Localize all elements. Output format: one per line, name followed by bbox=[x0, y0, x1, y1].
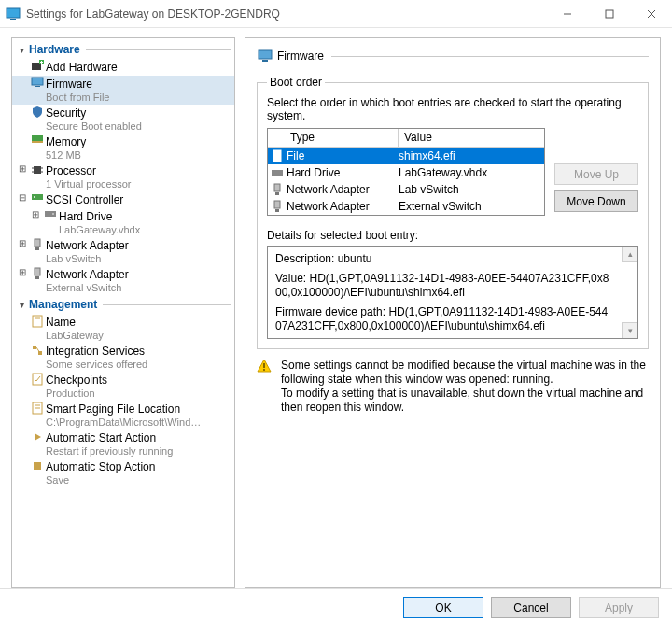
integration-icon bbox=[29, 344, 46, 357]
nav-add-hardware[interactable]: Add Hardware bbox=[12, 59, 234, 76]
svg-point-20 bbox=[34, 196, 35, 198]
memory-icon bbox=[29, 134, 46, 144]
boot-list-header: Type Value bbox=[268, 129, 544, 148]
scroll-down[interactable]: ▾ bbox=[622, 322, 637, 338]
svg-rect-14 bbox=[34, 166, 41, 174]
hdd-icon bbox=[42, 209, 59, 219]
details-path: Firmware device path: HD(1,GPT,0A911132-… bbox=[275, 305, 630, 333]
nav-hard-drive[interactable]: ⊞ Hard DriveLabGateway.vhdx bbox=[12, 208, 234, 237]
svg-rect-37 bbox=[34, 462, 41, 470]
nav-security[interactable]: SecuritySecure Boot enabled bbox=[12, 105, 234, 134]
firmware-icon bbox=[29, 77, 46, 88]
ok-button[interactable]: OK bbox=[403, 597, 483, 618]
nav-processor[interactable]: ⊞ Processor1 Virtual processor bbox=[12, 162, 234, 191]
collapse-icon: ▾ bbox=[16, 300, 27, 310]
apply-button[interactable]: Apply bbox=[579, 597, 659, 618]
expand-icon[interactable]: ⊞ bbox=[16, 209, 42, 219]
scroll-up[interactable]: ▴ bbox=[622, 247, 637, 262]
controller-icon bbox=[29, 192, 46, 202]
nav-autostart[interactable]: Automatic Start ActionRestart if previou… bbox=[12, 430, 234, 459]
autostart-icon bbox=[29, 430, 46, 444]
section-label: Hardware bbox=[29, 43, 80, 56]
nav-network-adapter-2[interactable]: ⊞ Network AdapterExternal vSwitch bbox=[12, 266, 234, 295]
svg-point-22 bbox=[52, 213, 54, 215]
svg-rect-27 bbox=[33, 316, 42, 327]
svg-rect-38 bbox=[259, 50, 272, 59]
svg-rect-1 bbox=[10, 19, 16, 20]
svg-point-48 bbox=[263, 369, 265, 371]
panel-title-row: Firmware bbox=[257, 46, 649, 66]
nav-network-adapter-1[interactable]: ⊞ Network AdapterLab vSwitch bbox=[12, 237, 234, 266]
name-icon bbox=[29, 315, 46, 328]
boot-order-group: Boot order Select the order in which boo… bbox=[257, 76, 649, 349]
paging-icon bbox=[29, 402, 46, 415]
cpu-icon bbox=[29, 163, 46, 176]
close-button[interactable] bbox=[630, 0, 672, 28]
nav-memory[interactable]: Memory512 MB bbox=[12, 134, 234, 162]
svg-rect-11 bbox=[35, 86, 40, 87]
svg-rect-40 bbox=[273, 150, 281, 162]
svg-rect-26 bbox=[35, 276, 39, 279]
details-description: Description: ubuntu bbox=[275, 252, 630, 266]
titlebar: Settings for LabGateway on DESKTOP-2GEND… bbox=[0, 0, 672, 28]
boot-order-list[interactable]: Type Value File shimx64.efi Hard Drive L… bbox=[267, 128, 545, 216]
boot-instruction: Select the order in which boot entries a… bbox=[267, 96, 638, 122]
svg-rect-3 bbox=[606, 10, 613, 18]
collapse-icon[interactable]: ⊟ bbox=[16, 192, 29, 203]
svg-rect-42 bbox=[274, 184, 280, 191]
network-icon bbox=[268, 200, 287, 213]
section-hardware[interactable]: ▾ Hardware bbox=[12, 40, 234, 59]
section-management[interactable]: ▾ Management bbox=[12, 295, 234, 314]
nav-autostop[interactable]: Automatic Stop ActionSave bbox=[12, 459, 234, 487]
svg-rect-12 bbox=[32, 135, 43, 141]
move-up-button[interactable]: Move Up bbox=[554, 163, 638, 185]
boot-order-legend: Boot order bbox=[267, 76, 325, 89]
window-title: Settings for LabGateway on DESKTOP-2GEND… bbox=[26, 7, 546, 21]
nav-checkpoints[interactable]: CheckpointsProduction bbox=[12, 372, 234, 401]
svg-rect-23 bbox=[35, 239, 40, 247]
svg-rect-24 bbox=[35, 247, 39, 250]
svg-rect-19 bbox=[32, 194, 43, 200]
boot-entry-net2[interactable]: Network Adapter External vSwitch bbox=[268, 198, 544, 215]
checkpoints-icon bbox=[29, 373, 46, 386]
svg-rect-43 bbox=[275, 192, 279, 195]
nav-scsi[interactable]: ⊟ SCSI Controller bbox=[12, 191, 234, 208]
add-hardware-icon bbox=[29, 60, 46, 73]
svg-rect-25 bbox=[35, 268, 40, 275]
expand-icon[interactable]: ⊞ bbox=[16, 238, 29, 248]
nav-name[interactable]: NameLabGateway bbox=[12, 314, 234, 343]
expand-icon[interactable]: ⊞ bbox=[16, 163, 29, 174]
autostop-icon bbox=[29, 459, 46, 473]
app-icon bbox=[6, 7, 21, 21]
expand-icon[interactable]: ⊞ bbox=[16, 267, 29, 277]
svg-marker-36 bbox=[35, 433, 41, 441]
collapse-icon: ▾ bbox=[16, 45, 27, 55]
svg-rect-45 bbox=[275, 209, 279, 212]
svg-rect-0 bbox=[7, 8, 20, 18]
svg-rect-29 bbox=[33, 346, 36, 349]
boot-entry-hdd[interactable]: Hard Drive LabGateway.vhdx bbox=[268, 164, 544, 181]
firmware-icon bbox=[257, 49, 273, 63]
details-value: Value: HD(1,GPT,0A911132-14D1-4983-A0EE-… bbox=[275, 272, 630, 300]
move-down-button[interactable]: Move Down bbox=[554, 190, 638, 212]
hdd-icon bbox=[268, 168, 287, 177]
section-label: Management bbox=[29, 298, 97, 311]
details-box: Description: ubuntu Value: HD(1,GPT,0A91… bbox=[267, 246, 638, 339]
minimize-button[interactable] bbox=[546, 0, 588, 28]
firmware-panel: Firmware Boot order Select the order in … bbox=[245, 37, 661, 588]
boot-entry-net1[interactable]: Network Adapter Lab vSwitch bbox=[268, 181, 544, 198]
nav-firmware[interactable]: FirmwareBoot from File bbox=[12, 76, 234, 105]
nav-integration[interactable]: Integration ServicesSome services offere… bbox=[12, 343, 234, 372]
network-icon bbox=[29, 238, 46, 251]
cancel-button[interactable]: Cancel bbox=[491, 597, 571, 618]
panel-title: Firmware bbox=[277, 49, 324, 63]
content: ▾ Hardware Add Hardware FirmwareBoot fro… bbox=[0, 28, 672, 588]
details-label: Details for selected boot entry: bbox=[267, 229, 638, 242]
nav-paging[interactable]: Smart Paging File LocationC:\ProgramData… bbox=[12, 401, 234, 430]
svg-rect-44 bbox=[274, 201, 280, 208]
svg-rect-21 bbox=[45, 211, 56, 217]
maximize-button[interactable] bbox=[588, 0, 630, 28]
boot-entry-file[interactable]: File shimx64.efi bbox=[268, 148, 544, 164]
dialog-buttons: OK Cancel Apply bbox=[0, 588, 672, 626]
warning-icon bbox=[257, 359, 273, 415]
